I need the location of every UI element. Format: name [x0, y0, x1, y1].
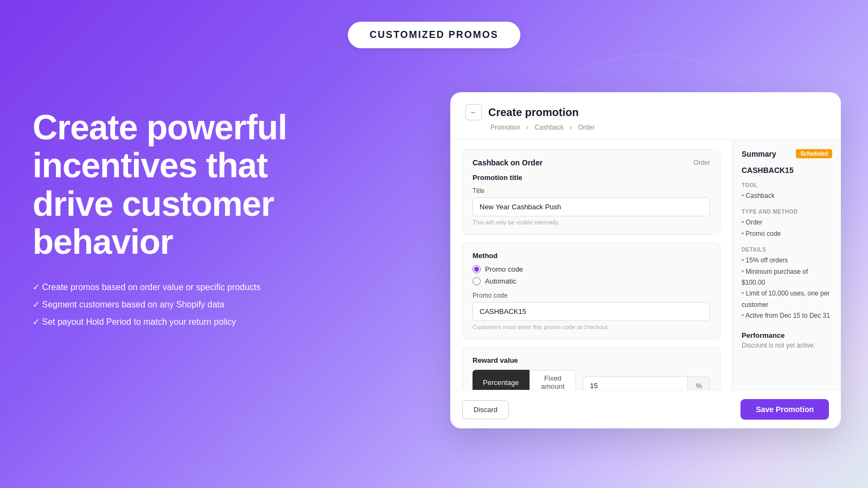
cashback-section-title: Cashback on Order	[473, 158, 542, 167]
hero-heading: Create powerful incentives that drive cu…	[33, 108, 336, 261]
breadcrumb-sep-1: ›	[570, 124, 573, 131]
summary-type-item-1: Promo code	[742, 228, 832, 239]
cashback-section: Cashback on Order Order Promotion title …	[462, 149, 720, 235]
performance-section: Performance Discount is not yet active.	[742, 331, 832, 349]
cashback-section-badge: Order	[693, 159, 710, 166]
summary-details-label: DETAILS	[742, 247, 832, 253]
summary-details-item-0: 15% off orders	[742, 255, 832, 266]
breadcrumb-item-2: Order	[578, 124, 595, 131]
summary-type-item-0: Order	[742, 217, 832, 228]
main-card: ← Create promotion Promotion › Cashback …	[450, 92, 841, 428]
save-promotion-button[interactable]: Save Promotion	[741, 399, 829, 420]
reward-toggle-group: Percentage Fixed amount	[473, 370, 576, 390]
hero-bullet-1: Create promos based on order value or sp…	[33, 279, 336, 296]
summary-type-method-label: TYPE AND METHOD	[742, 209, 832, 215]
reward-section-title: Reward value	[473, 356, 710, 364]
promotion-title-group: Promotion title Title This will only be …	[473, 174, 710, 226]
card-body: Cashback on Order Order Promotion title …	[450, 139, 841, 390]
hero-bullet-3: Set payout Hold Period to match your ret…	[33, 313, 336, 331]
card-header: ← Create promotion Promotion › Cashback …	[450, 92, 841, 139]
breadcrumb-item-1: Cashback	[534, 124, 563, 131]
top-badge: CUSTOMIZED PROMOS	[348, 22, 520, 48]
method-section-title: Method	[473, 252, 710, 260]
hero-bullets: Create promos based on order value or sp…	[33, 279, 336, 331]
summary-tool-block: TOOL Cashback	[742, 182, 832, 201]
summary-title: Summary	[742, 150, 776, 158]
performance-title: Performance	[742, 331, 832, 339]
back-icon: ←	[470, 108, 477, 117]
promo-code-input[interactable]	[473, 302, 710, 321]
method-section: Method Promo code Automatic Promo code C…	[462, 242, 720, 339]
percentage-toggle[interactable]: Percentage	[473, 370, 529, 390]
card-footer: Discard Save Promotion	[450, 390, 841, 428]
fixed-amount-toggle[interactable]: Fixed amount	[529, 370, 577, 390]
value-input-wrapper: %	[583, 376, 710, 390]
summary-type-method-block: TYPE AND METHOD Order Promo code	[742, 209, 832, 239]
radio-automatic-input[interactable]	[473, 277, 481, 285]
badge-label: CUSTOMIZED PROMOS	[369, 29, 499, 40]
discard-button[interactable]: Discard	[462, 400, 509, 419]
breadcrumb-sep-0: ›	[526, 124, 530, 131]
radio-promo-code-label: Promo code	[485, 265, 523, 273]
title-field-label: Title	[473, 187, 710, 195]
summary-sidebar: Summary Scheduled CASHBACK15 TOOL Cashba…	[732, 139, 841, 390]
summary-tool-label: TOOL	[742, 182, 832, 188]
summary-header: Summary Scheduled	[742, 149, 832, 158]
promotion-title-label: Promotion title	[473, 174, 710, 182]
radio-promo-code-input[interactable]	[473, 265, 481, 273]
performance-text: Discount is not yet active.	[742, 342, 832, 349]
card-title: Create promotion	[488, 106, 579, 119]
summary-details-item-1: Minimum purchase of $100.00	[742, 266, 832, 288]
reward-value-input[interactable]	[583, 376, 688, 390]
reward-value-suffix: %	[688, 376, 710, 390]
radio-promo-code[interactable]: Promo code	[473, 265, 710, 273]
scheduled-badge: Scheduled	[796, 149, 832, 158]
hero-bullet-2: Segment customers based on any Shopify d…	[33, 296, 336, 313]
summary-tool-item-0: Cashback	[742, 190, 832, 201]
summary-details-item-2: Limit of 10,000 uses, one per customer	[742, 288, 832, 310]
summary-details-block: DETAILS 15% off orders Minimum purchase …	[742, 247, 832, 321]
title-hint: This will only be visible internally.	[473, 219, 710, 226]
summary-details-item-3: Active from Dec 15 to Dec 31	[742, 310, 832, 321]
method-radio-group: Promo code Automatic	[473, 265, 710, 285]
promo-code-hint: Customers must enter this promo code at …	[473, 324, 710, 330]
form-area: Cashback on Order Order Promotion title …	[450, 139, 732, 390]
back-button[interactable]: ←	[465, 104, 482, 120]
radio-automatic[interactable]: Automatic	[473, 277, 710, 285]
breadcrumb-item-0: Promotion	[490, 124, 520, 131]
reward-section: Reward value Percentage Fixed amount %	[462, 347, 720, 390]
promo-code-label: Promo code	[473, 292, 710, 299]
summary-promo-name: CASHBACK15	[742, 166, 832, 175]
radio-automatic-label: Automatic	[485, 277, 516, 285]
title-input[interactable]	[473, 197, 710, 216]
breadcrumb: Promotion › Cashback › Order	[465, 124, 826, 131]
hero-section: Create powerful incentives that drive cu…	[33, 108, 336, 331]
